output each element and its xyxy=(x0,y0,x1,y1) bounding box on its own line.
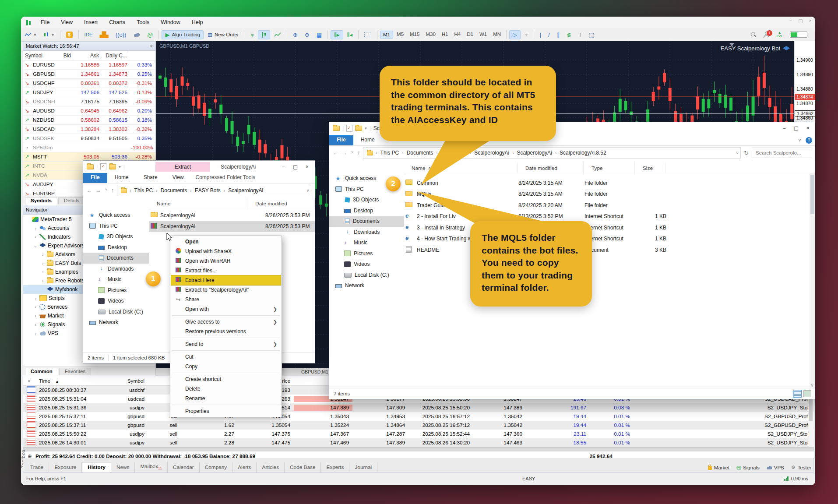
ribbon-tab-view[interactable]: View xyxy=(165,173,191,183)
sidebar-item-local-disk-c[interactable]: Local Disk (C:) xyxy=(83,307,149,317)
history-row[interactable]: 2025.08.25 15:31:36 usdjpy 147.514 147.3… xyxy=(23,403,814,412)
column-time[interactable]: Time ▲ xyxy=(35,378,111,384)
ide-button[interactable]: IDE xyxy=(81,31,96,39)
context-menu-rename[interactable]: Rename xyxy=(171,394,281,403)
expand-icon[interactable]: › xyxy=(33,226,38,231)
market-bag-button[interactable]: ▟▙ xyxy=(97,31,112,39)
collapse-icon[interactable]: ⌄ xyxy=(33,243,38,248)
maximize-icon[interactable]: ▢ xyxy=(798,18,803,24)
breadcrumb-this-pc[interactable]: This PC xyxy=(378,150,401,156)
cursor-tool-button[interactable]: ▷ xyxy=(509,30,521,39)
shift-end-button[interactable]: ⫼▸ xyxy=(331,30,343,39)
maximize-icon[interactable]: ▢ xyxy=(794,125,799,131)
minimize-icon[interactable]: − xyxy=(789,18,792,24)
navigator-tab-common[interactable]: Common xyxy=(25,368,58,375)
breadcrumb-documents[interactable]: Documents xyxy=(158,187,190,194)
column-symbol[interactable]: Symbol xyxy=(23,51,31,60)
chart-tab-gbpusd-m1[interactable]: GBPUSD,M1 | xyxy=(301,369,332,374)
sidebar-item-network[interactable]: Network xyxy=(83,317,149,328)
context-menu-create-shortcut[interactable]: Create shortcut xyxy=(171,374,281,384)
market-watch-row-usdchf[interactable]: ↘ USDCHF 0.80361 0.80372 -0.31% xyxy=(23,79,155,88)
column-date-modified[interactable]: Date modified xyxy=(247,198,315,209)
market-watch-row-audusd[interactable]: ↘ AUDUSD 0.64945 0.64962 0.20% xyxy=(23,106,155,116)
expand-icon[interactable]: › xyxy=(41,278,45,283)
new-folder-icon[interactable] xyxy=(109,164,116,169)
details-view-icon[interactable] xyxy=(793,390,801,397)
profile-button[interactable]: 1 xyxy=(760,30,772,39)
chevron-down-icon[interactable]: ˅ xyxy=(351,150,353,156)
context-menu-open[interactable]: Open xyxy=(171,237,281,247)
shift-left-button[interactable]: ⫼◂ xyxy=(344,31,356,39)
fibonacci-tool-button[interactable]: ≶ xyxy=(563,31,574,39)
vps-button[interactable] xyxy=(130,31,143,38)
timeframe-m15[interactable]: M15 xyxy=(407,31,422,39)
column-daily-c[interactable]: Daily C... xyxy=(101,51,129,60)
sidebar-item-videos[interactable]: Videos xyxy=(329,259,404,270)
up-icon[interactable]: ↑ xyxy=(357,150,360,156)
sidebar-item-desktop[interactable]: Desktop xyxy=(83,242,149,253)
expand-icon[interactable]: › xyxy=(41,252,45,257)
chevron-down-icon[interactable]: ˅ xyxy=(105,187,107,194)
market-watch-row-usdjpy[interactable]: ↗ USDJPY 147.506 147.525 -0.13% xyxy=(23,88,155,97)
bottom-tab-calendar[interactable]: Calendar xyxy=(168,462,200,472)
context-menu-open-with-winrar[interactable]: Open with WinRAR xyxy=(171,256,281,266)
crosshair-tool-button[interactable]: + xyxy=(521,31,531,39)
sidebar-item-desktop[interactable]: Desktop xyxy=(329,205,404,216)
file-row-scalperologyai[interactable]: ScalperologyAi8/26/2025 3:53 PM xyxy=(149,221,315,233)
context-menu-extract-files[interactable]: Extract files... xyxy=(171,266,281,275)
back-icon[interactable]: ← xyxy=(87,187,92,194)
new-folder-icon[interactable] xyxy=(355,126,362,131)
expand-icon[interactable]: › xyxy=(33,331,38,336)
sidebar-item-documents[interactable]: Documents xyxy=(329,216,404,227)
history-row[interactable]: 2025.08.26 14:30:01 usdjpy sell 2.28 147… xyxy=(23,438,814,447)
expand-icon[interactable]: › xyxy=(33,305,38,310)
tool-signals[interactable]: ((•))Signals xyxy=(736,465,760,470)
sidebar-item-music[interactable]: ♪ Music xyxy=(83,274,149,285)
menu-charts[interactable]: Charts xyxy=(103,17,131,28)
bars-view-button[interactable]: ⫧ xyxy=(248,31,257,39)
bottom-tab-alerts[interactable]: Alerts xyxy=(232,462,257,472)
timeframe-h1[interactable]: H1 xyxy=(439,31,451,39)
file-row-4-how-start-trading-w[interactable]: e4 - How Start Trading wInternet Shortcu… xyxy=(404,233,810,245)
community-button[interactable]: @ xyxy=(144,31,156,39)
search-box[interactable] xyxy=(752,148,812,158)
market-watch-row-usdcnh[interactable]: ↘ USDCNH 7.16175 7.16395 -0.09% xyxy=(23,97,155,106)
tile-windows-button[interactable]: ▦ xyxy=(313,31,325,39)
bottom-tab-code-base[interactable]: Code Base xyxy=(285,462,321,472)
help-icon[interactable]: ? xyxy=(806,137,812,144)
ribbon-tab-home[interactable]: Home xyxy=(353,135,382,145)
sidebar-item-pictures[interactable]: Pictures xyxy=(329,248,404,259)
ribbon-tab-compressed-folder-tools[interactable]: Compressed Folder Tools xyxy=(191,173,260,183)
column-type[interactable]: Type xyxy=(584,162,635,174)
line-view-button[interactable] xyxy=(271,31,284,39)
menu-tools[interactable]: Tools xyxy=(131,17,155,28)
menu-file[interactable]: File xyxy=(35,17,55,28)
sidebar-item-3d-objects[interactable]: 3D Objects xyxy=(83,231,149,242)
breadcrumb-easy-bots[interactable]: EASY Bots xyxy=(193,187,223,194)
context-menu-give-access-to[interactable]: Give access to❯ xyxy=(171,317,281,327)
zoom-out-button[interactable]: ⊖ xyxy=(302,31,313,39)
navigator-tab-favorites[interactable]: Favorites xyxy=(59,368,91,375)
file-row-readme[interactable]: READMEDocument3 KB xyxy=(404,244,810,256)
menu-window[interactable]: Window xyxy=(155,17,186,28)
chevron-down-icon[interactable]: ˅ xyxy=(306,188,309,193)
sidebar-item-pictures[interactable]: Pictures xyxy=(83,285,149,296)
market-watch-row-usdsek[interactable]: ↗ USDSEK 9.50834 9.51505 0.35% xyxy=(23,134,155,143)
context-menu-copy[interactable]: Copy xyxy=(171,362,281,371)
context-menu-upload-with-sharex[interactable]: Upload with ShareX xyxy=(171,247,281,256)
candles-view-button[interactable] xyxy=(258,30,270,39)
menu-help[interactable]: Help xyxy=(186,17,209,28)
forward-icon[interactable]: → xyxy=(342,150,347,156)
menu-insert[interactable]: Insert xyxy=(78,17,103,28)
column-date-modified[interactable]: Date modified xyxy=(518,162,584,174)
column-size[interactable]: Size xyxy=(635,162,665,174)
timeframe-d1[interactable]: D1 xyxy=(464,31,476,39)
context-menu-restore-previous-versions[interactable]: Restore previous versions xyxy=(171,327,281,336)
timeframe-mn[interactable]: MN xyxy=(490,31,504,39)
toolbox-close-icon[interactable]: × xyxy=(23,378,35,384)
ribbon-tab-share[interactable]: Share xyxy=(136,173,165,183)
sidebar-item-local-disk-c[interactable]: Local Disk (C:) xyxy=(329,270,404,281)
close-icon[interactable]: × xyxy=(806,125,810,131)
bottom-tab-mailbox[interactable]: Mailbox11 xyxy=(135,462,167,472)
signals-button[interactable]: ((o)) xyxy=(113,31,130,39)
